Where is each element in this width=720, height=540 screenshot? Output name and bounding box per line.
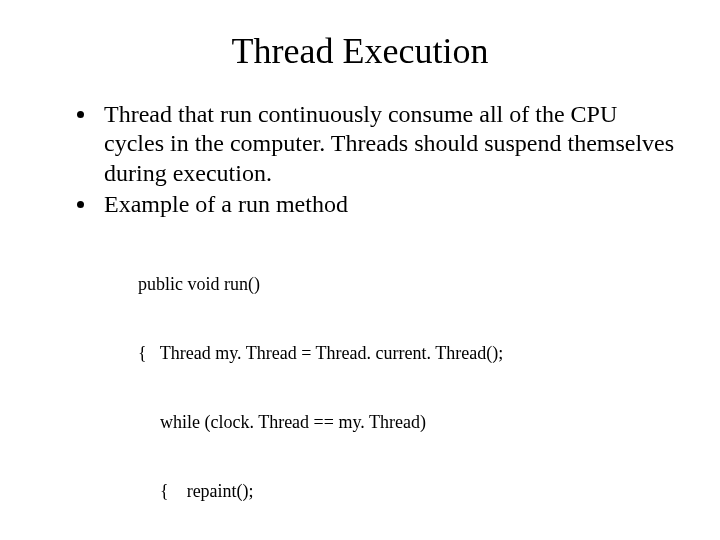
code-line: { repaint(); bbox=[138, 480, 680, 503]
code-line: public void run() bbox=[138, 273, 680, 296]
slide: Thread Execution Thread that run continu… bbox=[0, 0, 720, 540]
bullet-item: Example of a run method bbox=[98, 190, 680, 219]
slide-title: Thread Execution bbox=[40, 30, 680, 72]
code-line: { Thread my. Thread = Thread. current. T… bbox=[138, 342, 680, 365]
code-block: public void run() { Thread my. Thread = … bbox=[40, 227, 680, 540]
code-line: while (clock. Thread == my. Thread) bbox=[138, 411, 680, 434]
bullet-item: Thread that run continuously consume all… bbox=[98, 100, 680, 188]
bullet-list: Thread that run continuously consume all… bbox=[40, 100, 680, 219]
